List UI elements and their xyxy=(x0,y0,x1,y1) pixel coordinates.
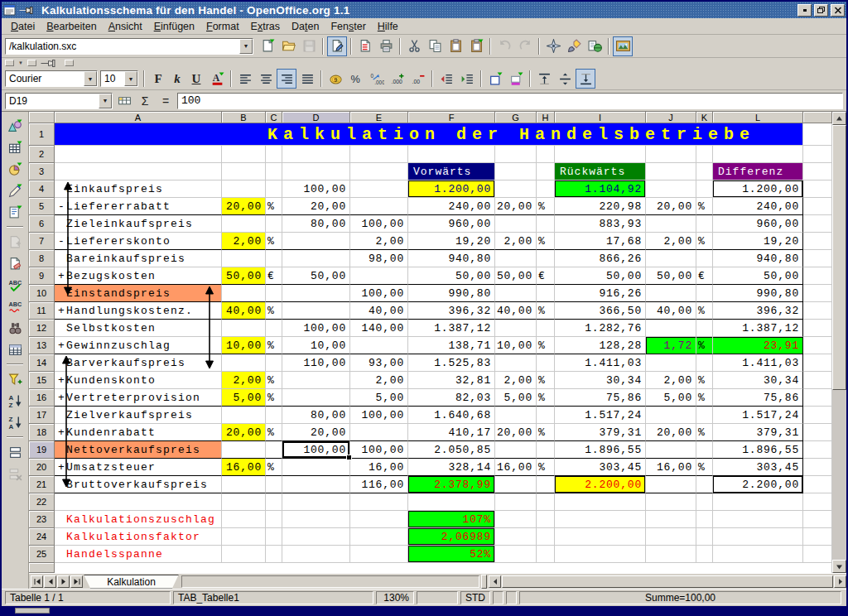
cell-J12[interactable] xyxy=(646,320,696,337)
form-controls-icon[interactable] xyxy=(5,202,25,222)
cell-H11[interactable]: % xyxy=(537,302,555,320)
borders-icon[interactable] xyxy=(485,69,505,89)
cell-M21[interactable] xyxy=(803,476,832,493)
increase-indent-icon[interactable] xyxy=(457,69,477,89)
cell-J2[interactable] xyxy=(646,146,696,163)
toolbar-handle-icon[interactable] xyxy=(5,60,14,66)
cell-M7[interactable] xyxy=(803,233,832,250)
cell-D23[interactable] xyxy=(282,511,350,528)
insert-icon[interactable] xyxy=(5,116,25,136)
cell-G18[interactable]: 20,00 xyxy=(495,424,537,441)
column-header-F[interactable]: F xyxy=(408,112,495,123)
cell-H4[interactable] xyxy=(537,180,555,198)
cell-G23[interactable] xyxy=(495,511,537,528)
cell-H20[interactable]: % xyxy=(537,459,555,476)
cell-I13[interactable]: 128,28 xyxy=(555,337,646,354)
row-header-6[interactable]: 6 xyxy=(29,215,55,233)
cell-H13[interactable]: % xyxy=(537,337,555,354)
cell-A9[interactable]: +Bezugskosten xyxy=(55,267,222,285)
cell-M11[interactable] xyxy=(803,302,832,320)
row-header-26-partial[interactable] xyxy=(29,563,55,573)
cell-F21[interactable]: 2.378,99 xyxy=(408,476,495,493)
cell-H7[interactable]: % xyxy=(537,233,555,250)
cell-I4[interactable]: 1.104,92 xyxy=(555,180,646,198)
column-header-M[interactable] xyxy=(803,112,832,123)
cell-M2[interactable] xyxy=(803,146,832,163)
cell-D24[interactable] xyxy=(282,528,350,546)
cell-I15[interactable]: 30,34 xyxy=(555,372,646,389)
open-icon[interactable] xyxy=(278,36,298,56)
cell-J21[interactable] xyxy=(646,476,696,493)
menu-hilfe[interactable]: Hilfe xyxy=(372,19,404,34)
cell-K10[interactable] xyxy=(696,285,713,302)
cell-F24[interactable]: 2,06989 xyxy=(408,528,495,546)
selection-mode-field[interactable]: STD xyxy=(460,591,490,604)
draw-functions-icon[interactable] xyxy=(5,180,25,200)
cell-E9[interactable] xyxy=(350,267,408,285)
cell-B22[interactable] xyxy=(222,493,266,511)
cell-H15[interactable]: % xyxy=(537,372,555,389)
cell-A1-title[interactable]: Kalkulation der Handelsbetriebe xyxy=(55,123,803,146)
font-name-combo[interactable]: Courier ▼ xyxy=(5,70,98,87)
cell-J3[interactable] xyxy=(646,163,696,180)
cell-K14[interactable] xyxy=(696,354,713,372)
align-left-icon[interactable] xyxy=(235,69,255,89)
cell-B8[interactable] xyxy=(222,250,266,267)
cell-L19[interactable]: 1.896,55 xyxy=(713,441,803,459)
cell-F8[interactable]: 940,80 xyxy=(408,250,495,267)
cell-D17[interactable]: 80,00 xyxy=(282,407,350,424)
chevron-down-icon[interactable]: ▼ xyxy=(18,60,23,65)
cell-B3[interactable] xyxy=(222,163,266,180)
cell-E6[interactable]: 100,00 xyxy=(350,215,408,233)
cell-C7[interactable]: % xyxy=(266,233,282,250)
cell-D4[interactable]: 100,00 xyxy=(282,180,350,198)
cell-D21[interactable] xyxy=(282,476,350,493)
cell-F2[interactable] xyxy=(408,146,495,163)
cell-E4[interactable] xyxy=(350,180,408,198)
cell-F3[interactable]: Vorwärts xyxy=(408,163,495,180)
paste-special-icon[interactable] xyxy=(466,36,486,56)
cell-D22[interactable] xyxy=(282,493,350,511)
cell-D7[interactable] xyxy=(282,233,350,250)
cell-D20[interactable] xyxy=(282,459,350,476)
sum-field[interactable]: Summe=100,00 xyxy=(519,591,841,604)
row-header-18[interactable]: 18 xyxy=(29,424,55,441)
cell-L2[interactable] xyxy=(713,146,803,163)
cell-C6[interactable] xyxy=(266,215,282,233)
bold-button[interactable]: F xyxy=(150,70,166,88)
cell-K2[interactable] xyxy=(696,146,713,163)
cell-G5[interactable]: 20,00 xyxy=(495,198,537,215)
cell-B7[interactable]: 2,00 xyxy=(222,233,266,250)
column-header-L[interactable]: L xyxy=(713,112,803,123)
cell-K8[interactable] xyxy=(696,250,713,267)
cell-H10[interactable] xyxy=(537,285,555,302)
cell-C15[interactable]: % xyxy=(266,372,282,389)
align-bottom-icon[interactable] xyxy=(576,69,595,89)
cell-E14[interactable]: 93,00 xyxy=(350,354,408,372)
cell-E22[interactable] xyxy=(350,493,408,511)
copy-icon[interactable] xyxy=(425,36,445,56)
cell-A11[interactable]: +Handlungskostenz. xyxy=(55,302,222,320)
cell-M16[interactable] xyxy=(803,389,832,407)
cell-I14[interactable]: 1.411,03 xyxy=(555,354,646,372)
cell-L11[interactable]: 396,32 xyxy=(713,302,803,320)
column-header-G[interactable]: G xyxy=(495,112,537,123)
cell-K4[interactable] xyxy=(696,180,713,198)
cell-J24[interactable] xyxy=(646,528,696,546)
row-header-7[interactable]: 7 xyxy=(29,233,55,250)
cell-L25[interactable] xyxy=(713,546,803,563)
cell-B13[interactable]: 10,00 xyxy=(222,337,266,354)
cell-H9[interactable]: € xyxy=(537,267,555,285)
cell-D2[interactable] xyxy=(282,146,350,163)
cell-K23[interactable] xyxy=(696,511,713,528)
cell-G24[interactable] xyxy=(495,528,537,546)
cell-K12[interactable] xyxy=(696,320,713,337)
cell-C20[interactable]: % xyxy=(266,459,282,476)
cell-B23[interactable] xyxy=(222,511,266,528)
row-header-24[interactable]: 24 xyxy=(29,528,55,546)
cell-E17[interactable]: 100,00 xyxy=(350,407,408,424)
cell-I21[interactable]: 2.200,00 xyxy=(555,476,646,493)
cell-H16[interactable]: % xyxy=(537,389,555,407)
column-header-D[interactable]: D xyxy=(282,112,350,123)
font-size-dropdown-icon[interactable]: ▼ xyxy=(124,71,137,86)
